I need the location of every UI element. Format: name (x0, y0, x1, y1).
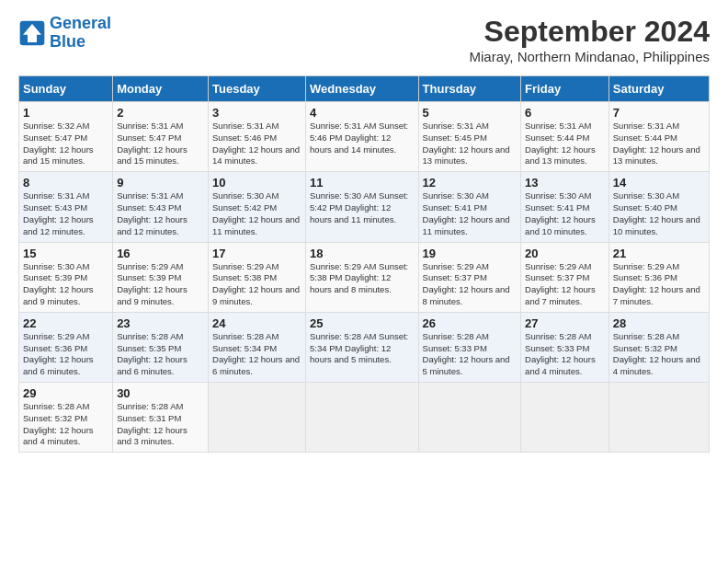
table-cell: 9Sunrise: 5:31 AM Sunset: 5:43 PM Daylig… (113, 172, 209, 242)
header-row: Sunday Monday Tuesday Wednesday Thursday… (19, 76, 710, 102)
table-cell: 6Sunrise: 5:31 AM Sunset: 5:44 PM Daylig… (521, 102, 609, 172)
day-number: 30 (117, 386, 204, 400)
table-cell: 28Sunrise: 5:28 AM Sunset: 5:32 PM Dayli… (609, 312, 709, 382)
table-cell: 1Sunrise: 5:32 AM Sunset: 5:47 PM Daylig… (19, 102, 113, 172)
table-cell: 20Sunrise: 5:29 AM Sunset: 5:37 PM Dayli… (521, 242, 609, 312)
table-cell: 29Sunrise: 5:28 AM Sunset: 5:32 PM Dayli… (19, 383, 113, 453)
month-title: September 2024 (469, 15, 710, 49)
calendar-week-row: 29Sunrise: 5:28 AM Sunset: 5:32 PM Dayli… (19, 383, 710, 453)
day-detail: Sunrise: 5:32 AM Sunset: 5:47 PM Dayligh… (23, 121, 108, 167)
day-detail: Sunrise: 5:31 AM Sunset: 5:46 PM Dayligh… (310, 121, 415, 155)
day-number: 12 (423, 176, 518, 190)
day-detail: Sunrise: 5:29 AM Sunset: 5:37 PM Dayligh… (423, 261, 518, 308)
col-monday: Monday (113, 76, 209, 102)
day-number: 25 (310, 316, 415, 330)
day-detail: Sunrise: 5:28 AM Sunset: 5:32 PM Dayligh… (613, 331, 705, 378)
table-cell: 13Sunrise: 5:30 AM Sunset: 5:41 PM Dayli… (521, 172, 609, 242)
table-cell: 24Sunrise: 5:28 AM Sunset: 5:34 PM Dayli… (209, 312, 306, 382)
day-number: 9 (117, 176, 204, 190)
table-cell: 18Sunrise: 5:29 AM Sunset: 5:38 PM Dayli… (306, 242, 419, 312)
day-detail: Sunrise: 5:28 AM Sunset: 5:33 PM Dayligh… (423, 331, 518, 378)
table-cell (521, 383, 609, 453)
day-detail: Sunrise: 5:30 AM Sunset: 5:42 PM Dayligh… (212, 190, 301, 237)
day-number: 1 (23, 106, 108, 120)
day-detail: Sunrise: 5:29 AM Sunset: 5:36 PM Dayligh… (23, 331, 108, 378)
table-cell: 11Sunrise: 5:30 AM Sunset: 5:42 PM Dayli… (306, 172, 419, 242)
logo-icon (18, 19, 46, 47)
day-detail: Sunrise: 5:30 AM Sunset: 5:39 PM Dayligh… (23, 261, 108, 308)
table-cell: 5Sunrise: 5:31 AM Sunset: 5:45 PM Daylig… (418, 102, 521, 172)
table-cell (609, 383, 709, 453)
day-detail: Sunrise: 5:31 AM Sunset: 5:46 PM Dayligh… (212, 121, 301, 167)
day-number: 19 (423, 247, 518, 260)
day-number: 7 (613, 106, 705, 120)
day-detail: Sunrise: 5:31 AM Sunset: 5:43 PM Dayligh… (117, 190, 204, 237)
day-number: 5 (423, 106, 518, 120)
calendar-table: Sunday Monday Tuesday Wednesday Thursday… (18, 75, 710, 453)
day-number: 2 (117, 106, 204, 120)
table-cell (418, 383, 521, 453)
day-detail: Sunrise: 5:29 AM Sunset: 5:38 PM Dayligh… (212, 261, 301, 308)
table-cell: 21Sunrise: 5:29 AM Sunset: 5:36 PM Dayli… (609, 242, 709, 312)
logo-line1: General (50, 14, 111, 32)
table-cell: 12Sunrise: 5:30 AM Sunset: 5:41 PM Dayli… (418, 172, 521, 242)
day-number: 26 (423, 316, 518, 330)
day-detail: Sunrise: 5:31 AM Sunset: 5:45 PM Dayligh… (423, 121, 518, 167)
col-wednesday: Wednesday (306, 76, 419, 102)
header: General Blue September 2024 Miaray, Nort… (18, 15, 710, 64)
day-detail: Sunrise: 5:28 AM Sunset: 5:34 PM Dayligh… (310, 331, 415, 366)
day-detail: Sunrise: 5:30 AM Sunset: 5:42 PM Dayligh… (310, 190, 415, 225)
day-number: 15 (23, 247, 108, 260)
col-tuesday: Tuesday (209, 76, 306, 102)
day-detail: Sunrise: 5:29 AM Sunset: 5:37 PM Dayligh… (525, 261, 605, 308)
day-detail: Sunrise: 5:31 AM Sunset: 5:47 PM Dayligh… (117, 121, 204, 167)
col-thursday: Thursday (418, 76, 521, 102)
day-detail: Sunrise: 5:30 AM Sunset: 5:41 PM Dayligh… (423, 190, 518, 237)
table-cell: 23Sunrise: 5:28 AM Sunset: 5:35 PM Dayli… (113, 312, 209, 382)
calendar-week-row: 1Sunrise: 5:32 AM Sunset: 5:47 PM Daylig… (19, 102, 710, 172)
table-cell: 16Sunrise: 5:29 AM Sunset: 5:39 PM Dayli… (113, 242, 209, 312)
table-cell: 4Sunrise: 5:31 AM Sunset: 5:46 PM Daylig… (306, 102, 419, 172)
day-detail: Sunrise: 5:31 AM Sunset: 5:43 PM Dayligh… (23, 190, 108, 237)
day-number: 4 (310, 106, 415, 120)
calendar-week-row: 8Sunrise: 5:31 AM Sunset: 5:43 PM Daylig… (19, 172, 710, 242)
table-cell (306, 383, 419, 453)
day-number: 21 (613, 247, 705, 260)
calendar-week-row: 22Sunrise: 5:29 AM Sunset: 5:36 PM Dayli… (19, 312, 710, 382)
day-number: 18 (310, 247, 415, 260)
day-number: 29 (23, 386, 108, 400)
table-cell: 30Sunrise: 5:28 AM Sunset: 5:31 PM Dayli… (113, 383, 209, 453)
logo-line2: Blue (50, 32, 85, 51)
table-cell: 10Sunrise: 5:30 AM Sunset: 5:42 PM Dayli… (209, 172, 306, 242)
day-number: 14 (613, 176, 705, 190)
table-cell: 7Sunrise: 5:31 AM Sunset: 5:44 PM Daylig… (609, 102, 709, 172)
title-area: September 2024 Miaray, Northern Mindanao… (469, 15, 710, 64)
day-detail: Sunrise: 5:28 AM Sunset: 5:31 PM Dayligh… (117, 401, 204, 448)
day-number: 8 (23, 176, 108, 190)
day-number: 3 (212, 106, 301, 120)
day-detail: Sunrise: 5:29 AM Sunset: 5:39 PM Dayligh… (117, 261, 204, 308)
day-number: 23 (117, 316, 204, 330)
day-number: 16 (117, 247, 204, 260)
table-cell: 22Sunrise: 5:29 AM Sunset: 5:36 PM Dayli… (19, 312, 113, 382)
day-number: 17 (212, 247, 301, 260)
table-cell: 14Sunrise: 5:30 AM Sunset: 5:40 PM Dayli… (609, 172, 709, 242)
day-detail: Sunrise: 5:28 AM Sunset: 5:32 PM Dayligh… (23, 401, 108, 448)
table-cell: 27Sunrise: 5:28 AM Sunset: 5:33 PM Dayli… (521, 312, 609, 382)
day-number: 28 (613, 316, 705, 330)
day-detail: Sunrise: 5:30 AM Sunset: 5:40 PM Dayligh… (613, 190, 705, 237)
table-cell: 8Sunrise: 5:31 AM Sunset: 5:43 PM Daylig… (19, 172, 113, 242)
calendar-week-row: 15Sunrise: 5:30 AM Sunset: 5:39 PM Dayli… (19, 242, 710, 312)
day-number: 27 (525, 316, 605, 330)
day-detail: Sunrise: 5:31 AM Sunset: 5:44 PM Dayligh… (613, 121, 705, 167)
day-number: 6 (525, 106, 605, 120)
day-number: 11 (310, 176, 415, 190)
col-sunday: Sunday (19, 76, 113, 102)
table-cell: 15Sunrise: 5:30 AM Sunset: 5:39 PM Dayli… (19, 242, 113, 312)
day-detail: Sunrise: 5:31 AM Sunset: 5:44 PM Dayligh… (525, 121, 605, 167)
table-cell: 2Sunrise: 5:31 AM Sunset: 5:47 PM Daylig… (113, 102, 209, 172)
day-number: 24 (212, 316, 301, 330)
table-cell: 26Sunrise: 5:28 AM Sunset: 5:33 PM Dayli… (418, 312, 521, 382)
location-title: Miaray, Northern Mindanao, Philippines (469, 49, 710, 64)
day-detail: Sunrise: 5:30 AM Sunset: 5:41 PM Dayligh… (525, 190, 605, 237)
